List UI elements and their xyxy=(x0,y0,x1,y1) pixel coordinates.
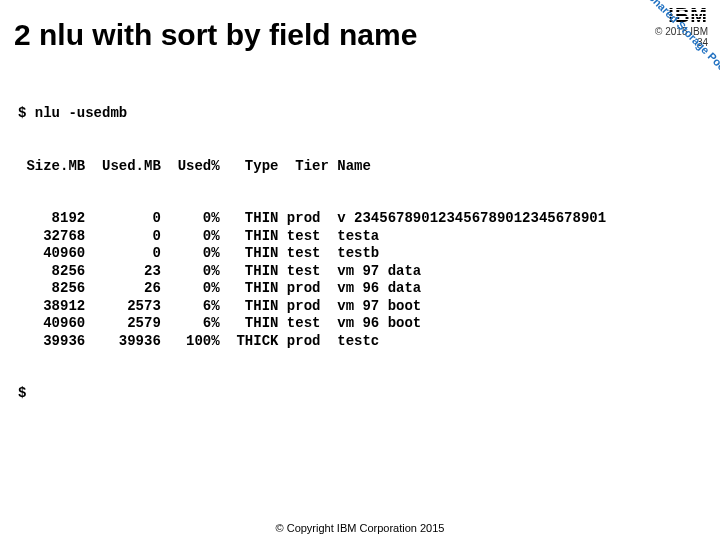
table-row: 8256 26 0% THIN prod vm 96 data xyxy=(18,280,606,298)
slide: IBM © 2015 IBM 34 Shared Storage Pool 5 … xyxy=(0,0,720,540)
table-row: 40960 2579 6% THIN test vm 96 boot xyxy=(18,315,606,333)
terminal-command: $ nlu -usedmb xyxy=(18,105,606,123)
page-title: 2 nlu with sort by field name xyxy=(14,18,417,52)
table-row: 32768 0 0% THIN test testa xyxy=(18,228,606,246)
terminal-header: Size.MB Used.MB Used% Type Tier Name xyxy=(18,158,606,176)
terminal-rows: 8192 0 0% THIN prod v 234567890123456789… xyxy=(18,210,606,350)
table-row: 8256 23 0% THIN test vm 97 data xyxy=(18,263,606,281)
terminal-block: $ nlu -usedmb Size.MB Used.MB Used% Type… xyxy=(18,70,606,438)
table-row: 38912 2573 6% THIN prod vm 97 boot xyxy=(18,298,606,316)
table-row: 8192 0 0% THIN prod v 234567890123456789… xyxy=(18,210,606,228)
table-row: 39936 39936 100% THICK prod testc xyxy=(18,333,606,351)
terminal-prompt-end: $ xyxy=(18,385,606,403)
table-row: 40960 0 0% THIN test testb xyxy=(18,245,606,263)
footer-copyright: © Copyright IBM Corporation 2015 xyxy=(0,522,720,534)
